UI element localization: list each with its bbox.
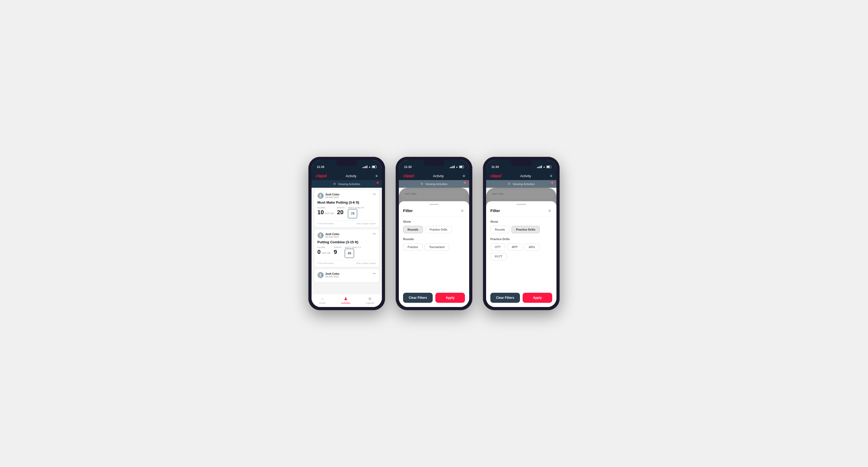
more-icon-2[interactable]: ••• — [373, 232, 376, 236]
sheet-header-3: Filter ✕ — [486, 205, 556, 216]
app-header-1: clippd Activity ≡ — [312, 172, 382, 180]
phone-1: 11:33 ▲ clippd Activity — [308, 157, 385, 310]
filter-tournament-2[interactable]: Tournament — [425, 243, 449, 251]
stats-row-1: Score 10 OUT OF Shots 20 Shot Quality — [317, 207, 376, 218]
sheet-body-3: Show Rounds Practice Drills Practice Dri… — [486, 216, 556, 290]
nav-item-home-1[interactable]: ⌂ Home — [319, 297, 326, 304]
sq-badge-1: 75 — [348, 209, 357, 218]
sheet-body-2: Show Rounds Practice Drills Rounds Pract… — [399, 216, 469, 290]
filter-practice-drills-2[interactable]: Practice Drills — [425, 226, 452, 233]
status-time-1: 11:33 — [317, 165, 324, 168]
close-button-2[interactable]: ✕ — [460, 208, 465, 213]
nav-title-1: Activity — [346, 174, 356, 178]
viewing-bar-3[interactable]: ⚙ Viewing Activities — [486, 180, 556, 188]
shots-label-2: Shots — [334, 246, 341, 249]
user-details-3: Josh Coles 28 Feb 2023 — [325, 272, 339, 278]
filter-sheet-3: Filter ✕ Show Rounds Practice Drills Pra… — [486, 201, 556, 307]
shots-label-1: Shots — [337, 207, 345, 209]
filter-putt-3[interactable]: PUTT — [490, 253, 507, 260]
activity-card-3[interactable]: Josh Coles 28 Feb 2023 ••• — [314, 269, 379, 282]
bottom-nav-1: ⌂ Home ♟ Activities ⊕ Capture — [312, 294, 382, 307]
card-footer-2: ℹ Test Information Data: Clippd Capture — [317, 260, 376, 264]
logo-3: clippd — [490, 174, 501, 178]
app-header-3: clippd Activity ≡ — [486, 172, 556, 180]
filter-practice-drills-3[interactable]: Practice Drills — [512, 226, 540, 233]
hamburger-icon-2[interactable]: ≡ — [463, 174, 465, 178]
score-label-2: Score — [317, 246, 331, 249]
filter-arg-3[interactable]: ARG — [524, 243, 539, 251]
shots-group-2: Shots 9 — [334, 246, 341, 255]
data-label-1: Data: Clippd Capture — [356, 222, 376, 225]
activity-title-2: Putting Combine (3-15 ft) — [317, 240, 376, 244]
activity-card-2[interactable]: Josh Coles 28 Feb 2023 ••• Putting Combi… — [314, 229, 379, 267]
viewing-text-2: Viewing Activities — [425, 183, 447, 186]
user-name-1: Josh Coles — [325, 193, 339, 196]
user-date-1: 28 Feb 2023 — [325, 196, 339, 198]
clear-filters-button-2[interactable]: Clear Filters — [403, 293, 433, 303]
avatar-2 — [317, 232, 324, 239]
close-button-3[interactable]: ✕ — [547, 208, 552, 213]
hamburger-icon-1[interactable]: ≡ — [376, 174, 378, 178]
clear-filters-button-3[interactable]: Clear Filters — [490, 293, 520, 303]
stats-row-2: Score 0 OUT OF Shots 9 Shot Quality — [317, 246, 376, 258]
show-label-2: Show — [403, 220, 465, 223]
card-header-2: Josh Coles 28 Feb 2023 ••• — [317, 232, 376, 239]
sheet-title-3: Filter — [490, 208, 500, 213]
phone-3: 11:33 ▲ clippd Activity — [483, 157, 560, 310]
capture-icon-1: ⊕ — [368, 296, 372, 301]
status-time-3: 11:33 — [491, 165, 499, 168]
info-label-2: ℹ Test Information — [317, 262, 334, 264]
score-inline-2: 0 OUT OF — [317, 249, 331, 255]
data-label-2: Data: Clippd Capture — [356, 262, 376, 264]
filter-icon-2: ⚙ — [421, 182, 423, 186]
viewing-bar-1[interactable]: ⚙ Viewing Activities — [312, 180, 382, 188]
wifi-icon-2: ▲ — [456, 165, 458, 168]
svg-point-0 — [320, 194, 321, 196]
apply-button-2[interactable]: Apply — [435, 293, 465, 303]
show-options-2: Rounds Practice Drills — [403, 226, 465, 233]
svg-point-3 — [319, 236, 322, 237]
status-icons-1: ▲ — [363, 165, 377, 168]
avatar-1 — [317, 192, 324, 199]
score-value-2: 0 — [317, 249, 320, 255]
sq-group-1: Shot Quality 75 — [348, 207, 364, 218]
nav-item-capture-1[interactable]: ⊕ Capture — [366, 296, 374, 304]
home-label-1: Home — [319, 302, 326, 304]
more-icon-3[interactable]: ••• — [373, 272, 376, 276]
sq-label-1: Shot Quality — [348, 207, 364, 209]
sq-badge-2: 45 — [345, 249, 354, 258]
svg-point-5 — [319, 276, 322, 277]
more-icon-1[interactable]: ••• — [373, 192, 376, 196]
activity-card-1[interactable]: Josh Coles 28 Feb 2023 ••• Must Make Put… — [314, 190, 379, 227]
score-group-1: Score 10 OUT OF — [317, 207, 334, 216]
viewing-text-3: Viewing Activities — [513, 183, 535, 186]
viewing-bar-2[interactable]: ⚙ Viewing Activities — [399, 180, 469, 188]
drills-options-3: OTT APP ARG PUTT — [490, 243, 552, 260]
user-details-1: Josh Coles 28 Feb 2023 — [325, 193, 339, 198]
phone-2: 11:33 ▲ clippd Activity — [396, 157, 472, 310]
show-options-3: Rounds Practice Drills — [490, 226, 552, 233]
apply-button-3[interactable]: Apply — [523, 293, 552, 303]
hamburger-icon-3[interactable]: ≡ — [550, 174, 552, 178]
sheet-title-2: Filter — [403, 208, 413, 213]
battery-icon-3 — [547, 165, 551, 168]
nav-title-2: Activity — [433, 174, 444, 178]
wifi-icon-1: ▲ — [368, 165, 371, 168]
user-name-3: Josh Coles — [325, 272, 339, 275]
user-date-2: 28 Feb 2023 — [325, 236, 339, 238]
user-info-3: Josh Coles 28 Feb 2023 — [317, 272, 339, 278]
filter-app-3[interactable]: APP — [507, 243, 522, 251]
activities-label-1: Activities — [341, 302, 350, 304]
status-icons-3: ▲ — [537, 165, 551, 168]
filter-practice-2[interactable]: Practice — [403, 243, 423, 251]
nav-item-activities-1[interactable]: ♟ Activities — [341, 296, 350, 304]
filter-rounds-2[interactable]: Rounds — [403, 226, 423, 233]
user-info-1: Josh Coles 28 Feb 2023 — [317, 192, 339, 199]
user-info-2: Josh Coles 28 Feb 2023 — [317, 232, 339, 239]
out-of-1: OUT OF — [325, 212, 334, 215]
home-icon-1: ⌂ — [321, 297, 324, 301]
filter-icon-3: ⚙ — [508, 182, 510, 186]
filter-ott-3[interactable]: OTT — [490, 243, 505, 251]
rounds-label-2: Rounds — [403, 238, 465, 241]
filter-rounds-3[interactable]: Rounds — [490, 226, 509, 233]
